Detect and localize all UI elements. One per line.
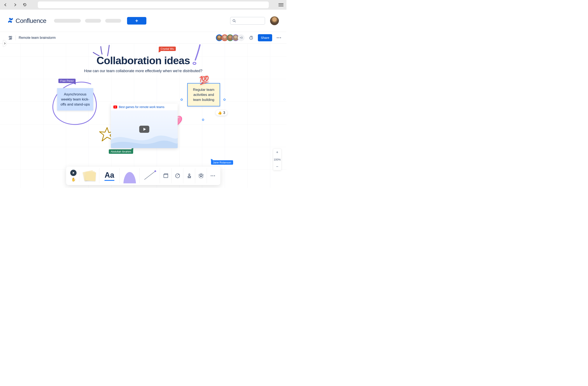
presentation-tool[interactable] — [70, 170, 77, 176]
canvas-heading[interactable]: Collaboration ideas How can our team col… — [80, 55, 206, 73]
browser-address-bar[interactable] — [38, 1, 269, 8]
shape-tool[interactable] — [120, 168, 140, 183]
cursor-label-jane: Jane Rotanson — [211, 160, 233, 165]
zoom-out-button[interactable]: − — [273, 163, 281, 170]
reaction-emoji: 👍 — [218, 111, 222, 115]
pan-tool[interactable]: ✋ — [71, 177, 76, 182]
nav-skeleton — [54, 19, 121, 23]
stamp-tool[interactable] — [184, 168, 195, 183]
sticky-note-tool[interactable] — [79, 168, 100, 183]
nav-item-placeholder[interactable] — [85, 19, 101, 23]
nav-item-placeholder[interactable] — [54, 19, 81, 23]
svg-point-10 — [189, 174, 190, 175]
search-icon — [232, 19, 236, 22]
zoom-level[interactable]: 100% — [273, 156, 281, 163]
create-button[interactable] — [127, 17, 146, 24]
browser-chrome — [0, 0, 286, 10]
svg-point-3 — [11, 38, 12, 39]
cursor-label-fran: Fran Perez — [58, 79, 76, 83]
zoom-in-button[interactable]: + — [273, 149, 281, 156]
browser-forward-button[interactable] — [13, 2, 18, 7]
play-button[interactable] — [139, 126, 149, 133]
confluence-logo[interactable]: Confluence — [8, 17, 46, 24]
whiteboard-toolbar: ✋ Aa — [66, 167, 220, 185]
more-actions-button[interactable] — [275, 34, 282, 41]
canvas-subtitle: How can our team collaborate more effect… — [80, 69, 206, 73]
selection-handle[interactable] — [202, 119, 204, 121]
search-input[interactable] — [230, 17, 265, 24]
smart-link-tool[interactable] — [172, 168, 184, 183]
more-tools-button[interactable] — [207, 168, 219, 183]
sticky-note-blue[interactable]: Asynchronous weekly team kick-offs and s… — [57, 88, 93, 111]
svg-point-7 — [154, 170, 156, 172]
video-embed[interactable]: Best games for remote work teams — [111, 104, 178, 148]
presence-avatars: +3 — [216, 34, 244, 41]
sticker-tool[interactable] — [195, 168, 207, 183]
svg-rect-2 — [10, 36, 12, 37]
whiteboard-title[interactable]: Remote team brainstorm — [19, 36, 56, 40]
svg-rect-8 — [164, 174, 168, 178]
confluence-icon — [8, 18, 13, 24]
presence-overflow[interactable]: +3 — [238, 34, 244, 41]
browser-menu-button[interactable] — [278, 2, 284, 7]
browser-back-button[interactable] — [3, 2, 8, 7]
cursor-label-crystal: Crystal Wu — [159, 47, 176, 51]
cursor-label-abdullah: Abdullah Ibrahim — [109, 149, 133, 154]
browser-reload-button[interactable] — [22, 2, 27, 7]
svg-point-1 — [9, 36, 10, 37]
svg-line-6 — [144, 171, 155, 180]
app-header: Confluence — [0, 10, 286, 32]
zoom-controls: + 100% − — [273, 149, 281, 170]
line-tool[interactable] — [140, 168, 160, 183]
mode-tools: ✋ — [68, 170, 79, 182]
video-title: Best games for remote work teams — [119, 105, 165, 109]
svg-point-0 — [233, 19, 235, 22]
canvas-title: Collaboration ideas — [80, 55, 206, 67]
selection-handle[interactable] — [223, 99, 226, 101]
timer-button[interactable] — [248, 34, 254, 41]
sticker-hundred[interactable]: 💯 — [199, 75, 210, 85]
share-button[interactable]: Share — [258, 34, 272, 41]
sticky-note-yellow[interactable]: Regular team activities and team buildin… — [187, 83, 220, 106]
whiteboard-header: Remote team brainstorm +3 Share — [0, 32, 286, 44]
section-tool[interactable] — [160, 168, 172, 183]
selection-handle[interactable] — [181, 99, 183, 101]
reaction-count: 3 — [223, 111, 225, 115]
nav-item-placeholder[interactable] — [105, 19, 121, 23]
youtube-icon — [113, 106, 117, 108]
whiteboard-canvas[interactable]: Collaboration ideas How can our team col… — [0, 44, 286, 188]
svg-point-9 — [175, 174, 180, 178]
text-tool[interactable]: Aa — [100, 168, 120, 183]
app-name: Confluence — [16, 17, 46, 24]
profile-avatar[interactable] — [270, 16, 279, 25]
reaction-pill[interactable]: 👍 3 — [216, 110, 227, 116]
whiteboard-icon — [8, 36, 13, 40]
